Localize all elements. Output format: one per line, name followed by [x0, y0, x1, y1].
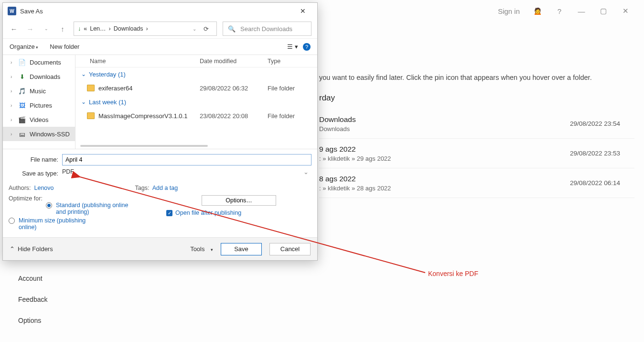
- annotation-text: Konversi ke PDF: [428, 270, 478, 277]
- filename-label: File name:: [9, 156, 62, 163]
- address-bar[interactable]: ↓ « Len… › Downloads › ⌄ ⟳: [74, 22, 217, 36]
- nav-options[interactable]: Options: [0, 310, 76, 331]
- saveas-type-select[interactable]: PDF: [62, 168, 311, 179]
- tree-item-music[interactable]: ›🎵Music: [3, 84, 75, 98]
- options-button[interactable]: Options…: [202, 195, 276, 206]
- tools-menu[interactable]: Tools: [190, 245, 213, 253]
- nav-account[interactable]: Account: [0, 268, 76, 289]
- user-icon[interactable]: 🙍: [533, 7, 542, 15]
- path-sep: ›: [109, 25, 111, 32]
- folder-icon: [87, 85, 95, 91]
- col-name[interactable]: Name: [75, 58, 200, 65]
- tree-label: Music: [30, 88, 46, 95]
- col-date[interactable]: Date modified: [200, 58, 268, 65]
- tree-item-pictures[interactable]: ›🖼Pictures: [3, 98, 75, 112]
- word-logo-icon: W: [8, 7, 16, 15]
- recent-title: 8 ags 2022: [319, 175, 391, 183]
- recent-row[interactable]: 8 ags 2022 : » klikdetik » 28 ags 2022 2…: [319, 168, 634, 198]
- tags-value[interactable]: Add a tag: [152, 185, 178, 191]
- path-seg[interactable]: Len…: [90, 25, 106, 32]
- file-type: File folder: [268, 85, 317, 92]
- optimize-label: Optimize for:: [9, 195, 45, 202]
- save-button[interactable]: Save: [221, 243, 262, 255]
- save-as-dialog: W Save As ✕ ← → ⌄ ↑ ↓ « Len… › Downloads…: [2, 2, 318, 261]
- downloads-icon: ↓: [78, 25, 81, 32]
- documents-icon: 📄: [18, 58, 26, 66]
- col-type[interactable]: Type: [268, 58, 317, 65]
- pictures-icon: 🖼: [18, 101, 26, 109]
- recent-date: 29/08/2022 23:54: [570, 120, 620, 127]
- file-list: Name Date modified Type Yesterday (1) ex…: [75, 55, 317, 149]
- recent-date: 29/08/2022 06:14: [570, 179, 620, 187]
- downloads-icon: ⬇: [18, 73, 26, 80]
- refresh-button[interactable]: ⟳: [199, 25, 213, 33]
- recent-title: 9 ags 2022: [319, 145, 391, 154]
- horizontal-scrollbar[interactable]: [80, 144, 312, 148]
- radio-standard[interactable]: Standard (publishing online and printing…: [46, 202, 152, 215]
- chevron-up-icon: ⌃: [10, 245, 15, 253]
- nav-forward-button[interactable]: →: [25, 23, 35, 34]
- dialog-footer: ⌃Hide Folders Tools Save Cancel: [3, 237, 317, 260]
- tree-label: Pictures: [30, 102, 52, 109]
- dialog-close-button[interactable]: ✕: [293, 4, 312, 18]
- tree-label: Downloads: [30, 73, 60, 80]
- radio-label: Standard (publishing online and printing…: [56, 202, 137, 215]
- group-yesterday[interactable]: Yesterday (1): [75, 67, 317, 81]
- filename-input[interactable]: [62, 154, 311, 165]
- chevron-down-icon[interactable]: ⌄: [193, 26, 196, 32]
- maximize-icon[interactable]: ▢: [599, 7, 608, 15]
- tree-item-videos[interactable]: ›🎬Videos: [3, 112, 75, 127]
- radio-dot-icon: [46, 202, 52, 209]
- tree-item-windows-ssd[interactable]: ›🖴Windows-SSD: [3, 127, 75, 141]
- nav-feedback[interactable]: Feedback: [0, 289, 76, 310]
- authors-label: Authors:: [9, 185, 31, 191]
- help-icon[interactable]: ?: [555, 7, 564, 15]
- search-icon: 🔍: [228, 25, 236, 33]
- toolbar: Organize New folder ☰ ▾ ?: [3, 38, 317, 55]
- hint-text: you want to easily find later. Click the…: [319, 74, 592, 81]
- recent-row[interactable]: 9 ags 2022 : » klikdetik » 29 ags 2022 2…: [319, 139, 634, 168]
- list-item[interactable]: MassImageCompressorV3.1.0.1 23/08/2022 2…: [75, 109, 317, 123]
- tree-item-documents[interactable]: ›📄Documents: [3, 55, 75, 69]
- left-nav: Account Feedback Options: [0, 268, 76, 331]
- hide-folders-toggle[interactable]: ⌃Hide Folders: [10, 245, 53, 253]
- close-icon[interactable]: ✕: [621, 7, 630, 15]
- file-date: 29/08/2022 06:32: [200, 85, 268, 92]
- list-item[interactable]: exiferaser64 29/08/2022 06:32 File folde…: [75, 81, 317, 95]
- file-date: 23/08/2022 20:08: [200, 112, 268, 120]
- window-titlebar: Sign in 🙍 ? — ▢ ✕: [498, 0, 644, 22]
- authors-value[interactable]: Lenovo: [34, 185, 54, 191]
- path-sep: ›: [146, 25, 148, 32]
- new-folder-button[interactable]: New folder: [50, 43, 79, 50]
- tree-label: Documents: [30, 59, 61, 66]
- dialog-titlebar: W Save As ✕: [3, 3, 317, 19]
- radio-minimum[interactable]: Minimum size (publishing online): [9, 217, 100, 231]
- recent-path: : » klikdetik » 28 ags 2022: [319, 185, 391, 192]
- nav-recent-dropdown[interactable]: ⌄: [41, 23, 52, 34]
- checkbox-label: Open file after publishing: [175, 210, 241, 216]
- search-field[interactable]: 🔍 Search Downloads: [223, 22, 311, 36]
- sign-in-link[interactable]: Sign in: [498, 7, 520, 15]
- help-badge-icon[interactable]: ?: [303, 43, 311, 51]
- recent-path: Downloads: [319, 125, 356, 132]
- nav-up-button[interactable]: ↑: [57, 23, 68, 34]
- open-after-checkbox[interactable]: ✓Open file after publishing: [166, 210, 311, 216]
- dialog-nav: ← → ⌄ ↑ ↓ « Len… › Downloads › ⌄ ⟳ 🔍 Sea…: [3, 19, 317, 38]
- dialog-title: Save As: [20, 8, 43, 15]
- hide-folders-label: Hide Folders: [18, 245, 53, 253]
- check-icon: ✓: [166, 210, 172, 216]
- recent-row[interactable]: Downloads Downloads 29/08/2022 23:54: [319, 109, 634, 139]
- group-last-week[interactable]: Last week (1): [75, 95, 317, 109]
- tree-item-downloads[interactable]: ›⬇Downloads: [3, 69, 75, 84]
- search-placeholder: Search Downloads: [240, 25, 292, 33]
- minimize-icon[interactable]: —: [577, 7, 586, 15]
- path-seg[interactable]: Downloads: [114, 25, 143, 32]
- view-menu-icon[interactable]: ☰ ▾: [287, 43, 298, 50]
- file-name: exiferaser64: [98, 85, 133, 92]
- tree-label: Videos: [30, 116, 49, 123]
- organize-menu[interactable]: Organize: [10, 43, 38, 50]
- list-header: Name Date modified Type: [75, 55, 317, 67]
- nav-back-button[interactable]: ←: [9, 23, 19, 34]
- folder-tree: ›📄Documents ›⬇Downloads ›🎵Music ›🖼Pictur…: [3, 55, 75, 149]
- cancel-button[interactable]: Cancel: [269, 243, 311, 255]
